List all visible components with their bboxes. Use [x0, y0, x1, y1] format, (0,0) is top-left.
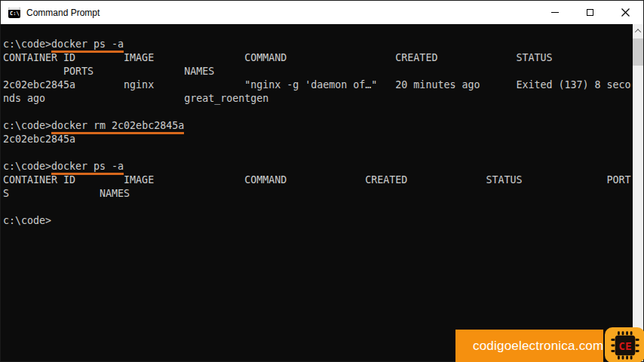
chip-icon: CE: [610, 330, 640, 360]
terminal-line: [3, 106, 631, 119]
cmd-icon-prompt-glyph: C:\: [10, 11, 20, 17]
window-controls: [537, 1, 643, 24]
chevron-up-icon: [635, 29, 641, 35]
terminal-line: [3, 146, 631, 160]
cmd-icon-titlestrip: [8, 8, 20, 10]
titlebar: C:\ Command Prompt: [1, 1, 643, 24]
window-title: Command Prompt: [26, 8, 537, 18]
terminal-line: c:\code>: [3, 214, 631, 228]
terminal-line: [3, 201, 631, 214]
maximize-icon: [587, 9, 593, 16]
svg-text:CE: CE: [618, 339, 631, 351]
terminal-line: 2c02ebc2845a: [3, 133, 631, 146]
minimize-button[interactable]: [537, 1, 572, 24]
watermark-text: codigoelectronica.com: [473, 339, 603, 354]
maximize-button[interactable]: [572, 1, 608, 24]
terminal-line: c:\code>docker ps -a: [3, 160, 631, 173]
terminal-line: PORTS NAMES: [3, 65, 631, 78]
cmd-icon[interactable]: C:\: [8, 8, 20, 18]
watermark-logo-badge: CE: [605, 327, 644, 362]
terminal-line: S NAMES: [3, 187, 631, 201]
terminal-line: 2c02ebc2845a nginx "nginx -g 'daemon of……: [3, 78, 631, 92]
scroll-up-button[interactable]: [633, 24, 643, 37]
command-prompt-window: C:\ Command Prompt c:\code>docker ps -aC…: [0, 0, 644, 362]
terminal-line: CONTAINER ID IMAGE COMMAND CREATED STATU…: [3, 51, 631, 65]
minimize-icon: [551, 12, 559, 13]
scrollbar[interactable]: [633, 24, 643, 361]
watermark-bar: codigoelectronica.com: [455, 330, 603, 362]
close-button[interactable]: [608, 1, 643, 24]
scrollbar-thumb[interactable]: [633, 38, 643, 66]
terminal-screen[interactable]: c:\code>docker ps -aCONTAINER ID IMAGE C…: [1, 24, 643, 361]
terminal-line: nds ago great_roentgen: [3, 92, 631, 106]
terminal-output: c:\code>docker ps -aCONTAINER ID IMAGE C…: [3, 38, 631, 228]
terminal-line: CONTAINER ID IMAGE COMMAND CREATED STATU…: [3, 173, 631, 187]
terminal-line: c:\code>docker rm 2c02ebc2845a: [3, 119, 631, 133]
close-icon: [621, 8, 630, 17]
terminal-line: c:\code>docker ps -a: [3, 38, 631, 51]
